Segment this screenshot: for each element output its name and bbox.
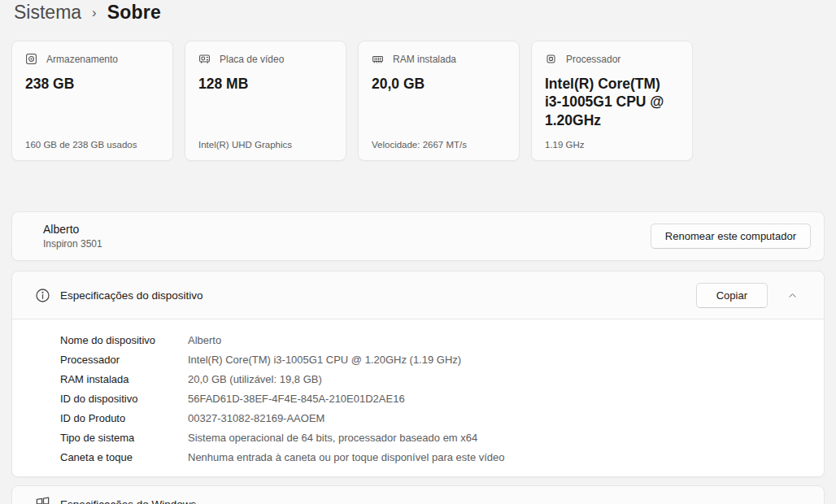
spec-label: RAM instalada: [60, 373, 188, 385]
spec-label: Processador: [60, 354, 188, 366]
copy-button[interactable]: Copiar: [696, 283, 768, 308]
storage-card-value: 238 GB: [25, 75, 159, 93]
storage-card-detail: 160 GB de 238 GB usados: [25, 140, 159, 150]
spec-value: 20,0 GB (utilizável: 19,8 GB): [188, 373, 808, 385]
page-title: Sobre: [107, 2, 161, 24]
spec-row: RAM instalada 20,0 GB (utilizável: 19,8 …: [60, 369, 808, 389]
chevron-up-icon: [787, 290, 798, 301]
windows-specs-title: Especificações do Windows: [60, 497, 196, 504]
ram-card: RAM instalada 20,0 GB Velocidade: 2667 M…: [358, 41, 520, 161]
cpu-card: Processador Intel(R) Core(TM) i3-1005G1 …: [531, 41, 693, 161]
ram-icon: [372, 53, 384, 65]
device-model: Inspiron 3501: [43, 238, 102, 250]
spec-value: 00327-31082-82169-AAOEM: [188, 412, 808, 424]
device-specs-title: Especificações do dispositivo: [60, 289, 203, 302]
spec-row: Caneta e toque Nenhuma entrada à caneta …: [60, 447, 808, 467]
windows-specs-header[interactable]: Especificações do Windows: [12, 486, 824, 504]
ram-card-detail: Velocidade: 2667 MT/s: [372, 140, 506, 150]
info-icon: [35, 288, 50, 303]
storage-icon: [25, 53, 37, 65]
spec-row: Tipo de sistema Sistema operacional de 6…: [60, 428, 808, 447]
cpu-icon: [545, 53, 557, 65]
device-specs-card: Especificações do dispositivo Copiar Nom…: [11, 271, 825, 477]
breadcrumb-system[interactable]: Sistema: [14, 2, 81, 24]
collapse-expander-button[interactable]: [784, 287, 801, 304]
spec-label: ID do dispositivo: [60, 393, 188, 405]
spec-row: ID do Produto 00327-31082-82169-AAOEM: [60, 408, 808, 428]
spec-value: Intel(R) Core(TM) i3-1005G1 CPU @ 1.20GH…: [188, 354, 808, 366]
storage-card: Armazenamento 238 GB 160 GB de 238 GB us…: [11, 41, 173, 161]
spec-value: Nenhuma entrada à caneta ou por toque di…: [188, 451, 808, 463]
spec-label: ID do Produto: [60, 412, 188, 424]
breadcrumb-chevron-icon: ›: [92, 3, 97, 21]
storage-card-label: Armazenamento: [46, 54, 118, 65]
device-name: Alberto: [43, 223, 102, 236]
gpu-card: Placa de vídeo 128 MB Intel(R) UHD Graph…: [185, 41, 346, 161]
windows-specs-card: Especificações do Windows: [11, 485, 825, 504]
spec-label: Nome do dispositivo: [60, 334, 188, 346]
windows-icon: [35, 497, 50, 504]
spec-row: Nome do dispositivo Alberto: [60, 330, 808, 350]
spec-row: Processador Intel(R) Core(TM) i3-1005G1 …: [60, 350, 808, 369]
device-name-card: Alberto Inspiron 3501 Renomear este comp…: [11, 211, 825, 261]
spec-value: Alberto: [188, 334, 808, 346]
spec-value: Sistema operacional de 64 bits, processa…: [188, 432, 808, 444]
cpu-card-value: Intel(R) Core(TM) i3-1005G1 CPU @ 1.20GH…: [545, 75, 679, 129]
cpu-card-label: Processador: [566, 54, 620, 65]
ram-card-value: 20,0 GB: [372, 75, 506, 93]
gpu-card-label: Placa de vídeo: [220, 54, 284, 65]
settings-about-page: Sistema › Sobre Armazenamento 238 GB 160…: [0, 0, 836, 504]
breadcrumb: Sistema › Sobre: [14, 0, 825, 24]
cpu-card-detail: 1.19 GHz: [545, 140, 679, 150]
spec-row: ID do dispositivo 56FAD61D-38EF-4F4E-845…: [60, 389, 808, 408]
device-specs-table: Nome do dispositivo Alberto Processador …: [12, 319, 824, 476]
spec-label: Tipo de sistema: [60, 432, 188, 444]
gpu-card-value: 128 MB: [198, 75, 333, 93]
spec-label: Caneta e toque: [60, 451, 188, 463]
ram-card-label: RAM instalada: [393, 54, 456, 65]
spec-value: 56FAD61D-38EF-4F4E-845A-210E01D2AE16: [188, 393, 808, 405]
gpu-icon: [198, 53, 211, 65]
device-specs-header[interactable]: Especificações do dispositivo Copiar: [12, 272, 824, 319]
summary-cards: Armazenamento 238 GB 160 GB de 238 GB us…: [11, 41, 825, 161]
gpu-card-detail: Intel(R) UHD Graphics: [198, 140, 333, 150]
rename-pc-button[interactable]: Renomear este computador: [651, 224, 811, 249]
device-identity: Alberto Inspiron 3501: [43, 223, 102, 250]
